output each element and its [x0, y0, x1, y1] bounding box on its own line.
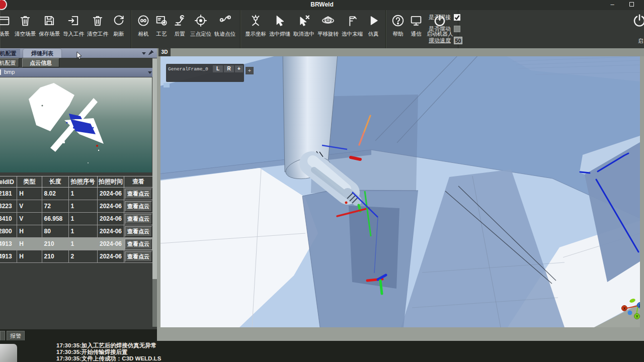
process-icon — [154, 14, 169, 28]
import-icon — [66, 14, 80, 28]
clear-part-button[interactable]: 清空工件 — [86, 10, 110, 48]
table-row[interactable]: 2800H8012024-06查看点云 — [0, 225, 153, 238]
table-cell: 1 — [68, 213, 97, 225]
subtab-camera-config[interactable]: 机配置 — [0, 58, 19, 67]
viewport-tabstrip: 3D — [157, 48, 644, 56]
scene-3d: X Z Y — [160, 56, 640, 327]
chevron-down-icon[interactable] — [142, 52, 146, 55]
table-cell: 2800 — [0, 225, 17, 238]
table-row[interactable]: 3410V66.95812024-06查看点云 — [0, 213, 153, 225]
monitor-icon — [409, 14, 423, 28]
log-scrollbar-thumb[interactable] — [0, 344, 17, 362]
three-point-locate-label: 三点定位 — [190, 31, 211, 38]
frame-extra-add-button[interactable]: + — [246, 67, 254, 74]
cancel-select-button[interactable]: 取消选中 — [292, 10, 316, 48]
weave-speed-input[interactable]: 50 — [454, 37, 462, 44]
toolbar-options: 是否焊接 是否摆动 摆动速度 50 — [429, 10, 489, 48]
camera-button[interactable]: 相机 — [134, 10, 152, 48]
weld-table-header: eldID类型长度拍照序号拍照时间查看 — [0, 176, 153, 188]
simulate-button[interactable]: 仿真 — [364, 10, 382, 48]
view-pointcloud-button[interactable]: 查看点云 — [125, 201, 152, 212]
refresh-button[interactable]: 刷新 — [110, 10, 128, 48]
window-title: BRWeld — [0, 1, 644, 8]
viewport-3d[interactable]: X Z Y GeneralFrame_0 L R + + — [160, 56, 640, 327]
table-row[interactable]: 4913H21012024-06查看点云 — [0, 238, 153, 250]
simulate-label: 仿真 — [368, 31, 379, 38]
left-panel-tabs: 机配置 焊缝列表 — [0, 48, 157, 58]
import-part-button[interactable]: 导入工件 — [61, 10, 86, 48]
table-cell: H — [17, 188, 42, 200]
pan-rotate-button[interactable]: 平移旋转 — [316, 10, 340, 48]
load-scene-button[interactable]: 场景 — [0, 10, 13, 48]
postprocess-label: 后置 — [175, 31, 185, 38]
refresh-icon — [112, 14, 126, 28]
communication-button[interactable]: 通信 — [407, 10, 425, 48]
dropdown-value: bmp — [4, 69, 15, 75]
table-row[interactable]: 3223V7212024-06查看点云 — [0, 200, 153, 213]
gizmo-y-label: Y — [636, 315, 638, 318]
log-lines: 17:30:35:加入工艺后的焊接仿真无异常17:30:35:开始传输焊接后置1… — [56, 342, 161, 362]
power-icon — [632, 13, 644, 28]
table-cell: 4913 — [0, 250, 17, 263]
help-button[interactable]: 帮助 — [389, 10, 407, 48]
subtab-pointcloud-info[interactable]: 点云信息 — [22, 58, 59, 67]
select-end-button[interactable]: 选中末端 — [340, 10, 364, 48]
viewport-frame: 3D — [157, 48, 644, 341]
frame-left-button[interactable]: L — [213, 65, 223, 72]
scrollbar-thumb[interactable] — [152, 279, 157, 327]
view-pointcloud-button[interactable]: 查看点云 — [125, 239, 152, 249]
frame-right-button[interactable]: R — [224, 65, 234, 72]
table-cell: 3223 — [0, 200, 17, 213]
maximize-button[interactable] — [624, 0, 639, 10]
view-pointcloud-button[interactable]: 查看点云 — [125, 189, 152, 199]
table-row[interactable]: 2181H8.0212024-06查看点云 — [0, 188, 153, 200]
weave-checkbox[interactable] — [454, 26, 460, 32]
tab-weld-list[interactable]: 焊缝列表 — [23, 49, 61, 58]
toolbar-group: 场景清空场景保存场景导入工件清空工件刷新 — [0, 10, 131, 48]
table-cell: V — [17, 213, 42, 225]
table-cell: 8.02 — [42, 188, 68, 200]
log-line: 17:30:35:加入工艺后的焊接仿真无异常 — [56, 342, 161, 349]
toolbar-group: 显示坐标选中焊缝取消选中平移旋转选中末端仿真 — [240, 10, 386, 48]
table-row[interactable]: 4913H21022024-06查看点云 — [0, 250, 153, 263]
weld-checkbox[interactable] — [454, 14, 460, 21]
clear-scene-button[interactable]: 清空场景 — [13, 10, 37, 48]
cursor-x-icon — [297, 14, 311, 28]
postprocess-button[interactable]: 后置 — [171, 10, 189, 48]
frame-toolbar: GeneralFrame_0 L R + — [166, 64, 244, 82]
pointcloud-file-dropdown[interactable]: bmp — [0, 68, 157, 77]
weave-speed-label: 摆动速度 — [429, 37, 453, 44]
save-scene-button[interactable]: 保存场景 — [37, 10, 61, 48]
trajectory-icon — [218, 14, 232, 28]
view-pointcloud-button[interactable]: 查看点云 — [125, 251, 152, 262]
table-cell: H — [17, 225, 42, 238]
table-cell: 1 — [68, 188, 97, 200]
column-header: 拍照时间 — [97, 176, 124, 188]
tab-3d[interactable]: 3D — [158, 48, 171, 56]
table-cell: 210 — [42, 250, 68, 263]
tab-info-partial[interactable] — [0, 331, 5, 340]
table-cell: 72 — [42, 200, 68, 213]
titlebar: BRWeld – — [0, 0, 644, 10]
column-header: 查看 — [124, 176, 153, 188]
save-icon — [42, 14, 56, 28]
frame-swatch — [164, 83, 170, 87]
partial-start-label: 启 — [638, 38, 643, 45]
tab-alarm[interactable]: 报警 — [7, 331, 25, 340]
log-line: 17:30:35:开始传输焊接后置 — [56, 349, 161, 355]
process-button[interactable]: 工艺 — [152, 10, 171, 48]
pointcloud-preview[interactable] — [0, 77, 152, 172]
partial-start-button[interactable]: 启 — [632, 13, 644, 30]
log-area: 17:30:35:加入工艺后的焊接仿真无异常17:30:35:开始传输焊接后置1… — [0, 341, 644, 362]
view-pointcloud-button[interactable]: 查看点云 — [125, 214, 152, 224]
left-panel-scrollbar[interactable] — [152, 58, 157, 327]
app-window: BRWeld – 场景清空场景保存场景导入工件清空工件刷新相机工艺后置三点定位轨… — [0, 0, 644, 362]
select-weld-button[interactable]: 选中焊缝 — [268, 10, 292, 48]
frame-add-button[interactable]: + — [235, 65, 243, 72]
view-pointcloud-button[interactable]: 查看点云 — [125, 226, 152, 237]
three-point-locate-button[interactable]: 三点定位 — [189, 10, 213, 48]
minimize-button[interactable]: – — [605, 0, 620, 10]
tab-camera-config[interactable]: 机配置 — [0, 49, 20, 58]
show-coords-button[interactable]: 显示坐标 — [244, 10, 268, 48]
trajectory-points-button[interactable]: 轨迹点位 — [213, 10, 237, 48]
